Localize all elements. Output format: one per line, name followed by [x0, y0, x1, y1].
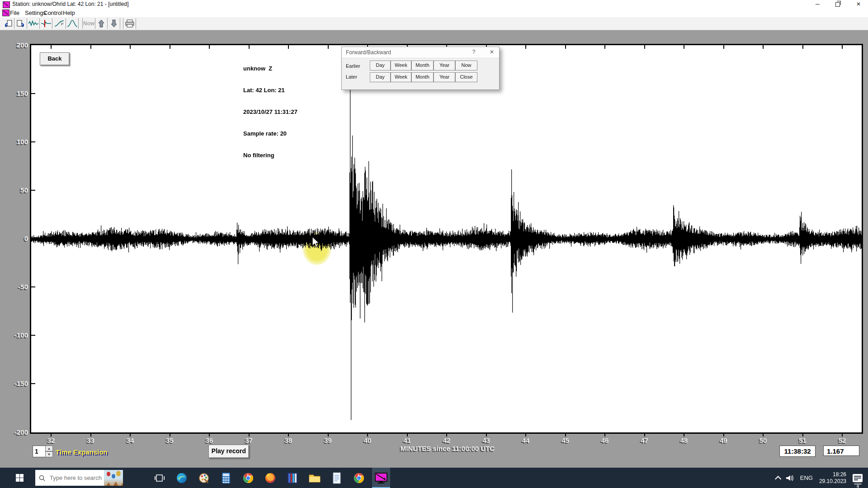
x-tick-label: 32: [47, 436, 55, 444]
x-tick-label: 48: [680, 436, 688, 444]
windows-logo-icon: [16, 474, 24, 482]
file-explorer-icon[interactable]: [306, 468, 324, 488]
earlier-now-button[interactable]: Now: [455, 61, 477, 70]
dialog-title-bar[interactable]: Forward/Backward ? ✕: [342, 47, 499, 58]
x-tick-label: 33: [87, 436, 94, 444]
app-window: Station: unknow/Ohrid Lat: 42 Lon: 21 - …: [0, 0, 868, 488]
earlier-day-button[interactable]: Day: [370, 61, 391, 70]
play-record-button[interactable]: Play record: [208, 445, 249, 458]
x-tick-label: 40: [364, 436, 372, 444]
x-tick-label: 35: [166, 436, 174, 444]
x-tick-label: 51: [799, 436, 807, 444]
language-indicator[interactable]: ENG: [800, 474, 813, 481]
later-label: Later: [346, 74, 357, 80]
later-year-button[interactable]: Year: [434, 72, 455, 82]
x-tick-label: 46: [601, 436, 609, 444]
system-tray: ENG 18:26 29.10.2023 4: [775, 468, 868, 488]
time-expansion-input[interactable]: [33, 446, 46, 457]
taskbar: ENG 18:26 29.10.2023 4: [0, 468, 868, 488]
start-button[interactable]: [8, 468, 31, 488]
notification-badge: 4: [854, 483, 862, 485]
dialog-close-icon[interactable]: ✕: [487, 49, 496, 56]
stepper-down-icon[interactable]: ▼: [45, 451, 53, 457]
later-day-button[interactable]: Day: [370, 72, 391, 82]
x-tick-label: 39: [324, 436, 332, 444]
forward-backward-dialog: Forward/Backward ? ✕ Earlier Day Week Mo…: [341, 47, 500, 90]
close-dialog-button[interactable]: Close: [455, 72, 477, 82]
cursor-value-display: 1.167: [823, 446, 859, 456]
search-input[interactable]: [49, 474, 104, 482]
taskbar-apps: [151, 468, 390, 488]
notepad-icon[interactable]: [328, 468, 346, 488]
x-tick-label: 50: [760, 436, 767, 444]
dialog-help-button[interactable]: ?: [469, 49, 478, 56]
time-expansion-label: Time Expansion: [56, 448, 108, 456]
task-view-icon[interactable]: [151, 468, 169, 488]
search-icon: [39, 475, 45, 481]
earlier-week-button[interactable]: Week: [391, 61, 411, 70]
edge-icon[interactable]: [173, 468, 191, 488]
earlier-label: Earlier: [346, 63, 360, 69]
tray-time: 18:26: [819, 471, 846, 478]
x-tick-label: 34: [127, 436, 134, 444]
x-tick-label: 49: [720, 436, 727, 444]
earlier-year-button[interactable]: Year: [434, 61, 455, 70]
chrome-icon[interactable]: [350, 468, 368, 488]
x-tick-label: 37: [245, 436, 253, 444]
search-daily-image: [104, 470, 123, 486]
later-week-button[interactable]: Week: [391, 72, 411, 82]
x-tick-label: 44: [522, 436, 530, 444]
cursor-time-display: 11:38:32: [779, 446, 816, 457]
x-tick-label: 42: [443, 436, 451, 444]
tray-expand-icon[interactable]: [775, 476, 781, 482]
x-tick-label: 52: [839, 436, 846, 444]
calculator-icon[interactable]: [217, 468, 235, 488]
taskbar-search[interactable]: [35, 470, 123, 486]
earlier-month-button[interactable]: Month: [411, 61, 434, 70]
x-tick-label: 38: [285, 436, 292, 444]
later-month-button[interactable]: Month: [411, 72, 434, 82]
stepper-up-icon[interactable]: ▲: [45, 446, 53, 451]
seismic-swarm-icon[interactable]: [283, 468, 302, 488]
tray-clock[interactable]: 18:26 29.10.2023: [819, 471, 846, 485]
firefox-icon[interactable]: [261, 468, 279, 488]
x-tick-label: 41: [403, 436, 411, 444]
volume-icon[interactable]: [786, 474, 794, 482]
x-tick-label: 47: [641, 436, 648, 444]
x-tick-label: 43: [482, 436, 490, 444]
paint-icon[interactable]: [195, 468, 213, 488]
time-expansion-stepper: ▲ ▼: [45, 446, 53, 457]
notification-center-icon[interactable]: 4: [853, 474, 863, 482]
seisgram-app-icon[interactable]: [372, 468, 390, 488]
x-axis-title: MINUTES since 11:00:00 UTC: [316, 445, 579, 452]
tray-date: 29.10.2023: [819, 478, 846, 485]
chrome-icon[interactable]: [239, 468, 257, 488]
dialog-title: Forward/Backward: [346, 49, 391, 56]
x-tick-label: 45: [561, 436, 569, 444]
x-tick-label: 36: [206, 436, 213, 444]
